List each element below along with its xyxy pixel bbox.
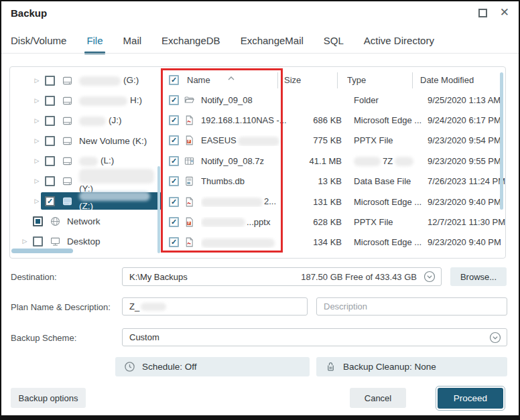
column-name[interactable]: Name — [187, 75, 210, 85]
tab-sql[interactable]: SQL — [324, 35, 344, 54]
tree-item-label: (J:) — [79, 115, 122, 125]
tree-item-y[interactable]: ▷(Y:) — [10, 171, 161, 191]
tree-item-j[interactable]: ▷(J:) — [10, 111, 161, 131]
description-input[interactable]: Description — [316, 297, 507, 316]
checkbox[interactable] — [169, 135, 179, 145]
file-name: Notify_09_08.7z — [201, 156, 291, 166]
file-name — [201, 237, 291, 248]
sort-ascending-icon — [228, 72, 235, 82]
expander-icon[interactable]: ▷ — [33, 178, 41, 184]
expander-icon[interactable]: ▷ — [33, 137, 41, 144]
checkbox[interactable] — [45, 156, 55, 166]
checkbox[interactable] — [169, 197, 179, 207]
browse-button[interactable]: Browse... — [450, 267, 507, 286]
tree-item-network[interactable]: Network — [10, 211, 161, 231]
file-row[interactable]: 192.168.1.110NAS -...686 KBMicrosoft Edg… — [163, 110, 505, 130]
tab-exchangedb[interactable]: ExchangeDB — [161, 35, 220, 54]
destination-label: Destination: — [11, 272, 57, 282]
redacted-text — [79, 96, 127, 106]
file-type: 7Z — [354, 156, 424, 167]
file-list-vertical-scrollbar[interactable] — [500, 72, 503, 210]
trash-icon — [325, 361, 336, 372]
tree-item-body[interactable]: (L:) — [41, 152, 161, 169]
checkbox[interactable] — [45, 76, 55, 86]
expander-icon[interactable]: ▷ — [21, 238, 29, 244]
cancel-button[interactable]: Cancel — [350, 388, 406, 408]
tree-item-body[interactable]: New Volume (K:) — [41, 132, 161, 149]
tree-item-body[interactable]: Desktop — [29, 232, 161, 250]
backup-options-button[interactable]: Backup options — [11, 388, 86, 408]
tree-item-body[interactable]: H:) — [41, 92, 161, 109]
checkbox[interactable] — [45, 96, 55, 106]
chevron-down-icon[interactable] — [489, 332, 501, 344]
backup-cleanup-button[interactable]: Backup Cleanup: None — [316, 357, 507, 376]
checkbox[interactable] — [45, 196, 55, 206]
chevron-down-icon[interactable] — [424, 271, 436, 283]
plan-name-input[interactable]: Z_ — [122, 297, 308, 316]
tree-item-h[interactable]: ▷H:) — [10, 90, 161, 111]
checkbox[interactable] — [45, 116, 55, 126]
tree-item-label: New Volume (K:) — [79, 136, 147, 146]
checkbox[interactable] — [33, 236, 43, 247]
checkbox[interactable] — [45, 176, 55, 186]
tree-item-newvolumek[interactable]: ▷New Volume (K:) — [10, 131, 161, 151]
expander-icon[interactable]: ▷ — [33, 77, 41, 84]
file-size: 41.1 MB — [291, 156, 342, 166]
checkbox[interactable] — [169, 115, 179, 125]
tree-item-label: (L:) — [79, 155, 114, 165]
tab-active-directory[interactable]: Active Directory — [364, 35, 434, 54]
checkbox[interactable] — [33, 216, 43, 226]
column-date-modified[interactable]: Date Modified — [420, 75, 474, 85]
backup-scheme-select[interactable]: Custom — [122, 328, 507, 346]
file-row[interactable]: Notify_09_08.7z41.1 MB7Z9/23/2020 9:55 P… — [163, 151, 505, 171]
file-row[interactable]: PEASEUS775 KBPPTX File9/23/2020 9:54 PM — [163, 131, 505, 151]
expander-icon[interactable]: ▷ — [33, 198, 41, 204]
tree-item-body[interactable]: (J:) — [41, 112, 161, 129]
maximize-icon[interactable] — [478, 9, 487, 17]
checkbox[interactable] — [169, 217, 179, 227]
checkbox[interactable] — [169, 156, 179, 166]
file-row[interactable]: 134 KBMicrosoft Edge ...9/23/2020 9:40 P… — [163, 232, 505, 253]
tree-horizontal-scrollbar[interactable] — [11, 249, 73, 253]
tree-item-l[interactable]: ▷(L:) — [10, 151, 161, 171]
expander-icon[interactable]: ▷ — [33, 97, 41, 104]
drive-icon — [61, 115, 73, 127]
description-placeholder: Description — [324, 301, 367, 311]
checkbox[interactable] — [169, 176, 179, 186]
tree-item-z[interactable]: ▷(Z:) — [10, 191, 161, 211]
redacted-text — [201, 198, 263, 207]
plan-name-value: Z_ — [129, 301, 139, 311]
tab-mail[interactable]: Mail — [123, 35, 142, 54]
tab-exchangemail[interactable]: ExchangeMail — [241, 35, 304, 54]
file-row[interactable]: Thumbs.db13 KBData Base File7/26/2023 11… — [163, 171, 505, 192]
select-all-checkbox[interactable] — [169, 75, 179, 85]
destination-field[interactable]: K:\My Backups 187.50 GB Free of 433.43 G… — [122, 267, 442, 286]
schedule-button[interactable]: Schedule: Off — [115, 357, 310, 376]
tree-item-label: H:) — [79, 95, 142, 105]
tree-item-body[interactable]: (Y:) — [41, 172, 161, 190]
checkbox[interactable] — [169, 237, 179, 247]
tree-item-label: Desktop — [67, 236, 101, 247]
expander-icon[interactable]: ▷ — [33, 117, 41, 124]
file-row[interactable]: Notify_09_08Folder9/25/2020 1:13 AM — [163, 90, 505, 110]
drive-icon — [61, 94, 73, 107]
column-size[interactable]: Size — [284, 75, 301, 85]
file-date-modified: 12/7/2021 11:30 PM — [428, 217, 505, 227]
tree-item-body[interactable]: Network — [29, 212, 161, 230]
tab-file[interactable]: File — [86, 35, 103, 54]
pdf-icon — [184, 236, 201, 248]
tree-item-body[interactable]: (Z:) — [41, 192, 161, 210]
file-row[interactable]: P...pptx628 KBPPTX File12/7/2021 11:30 P… — [163, 212, 505, 232]
tree-vertical-scrollbar[interactable] — [157, 166, 160, 253]
expander-icon[interactable]: ▷ — [33, 157, 41, 164]
checkbox[interactable] — [45, 136, 55, 146]
tree-item-body[interactable]: (G:) — [41, 72, 161, 89]
column-type[interactable]: Type — [347, 75, 366, 85]
close-icon[interactable]: ✕ — [500, 5, 509, 20]
tab-disk-volume[interactable]: Disk/Volume — [11, 35, 66, 54]
file-row[interactable]: 2...131 KBMicrosoft Edge ...9/23/2020 9:… — [163, 192, 505, 212]
tree-item-g[interactable]: ▷(G:) — [10, 70, 161, 90]
proceed-button[interactable]: Proceed — [436, 386, 505, 411]
checkbox[interactable] — [169, 95, 179, 105]
tab-bar: Disk/VolumeFileMailExchangeDBExchangeMai… — [11, 35, 434, 54]
